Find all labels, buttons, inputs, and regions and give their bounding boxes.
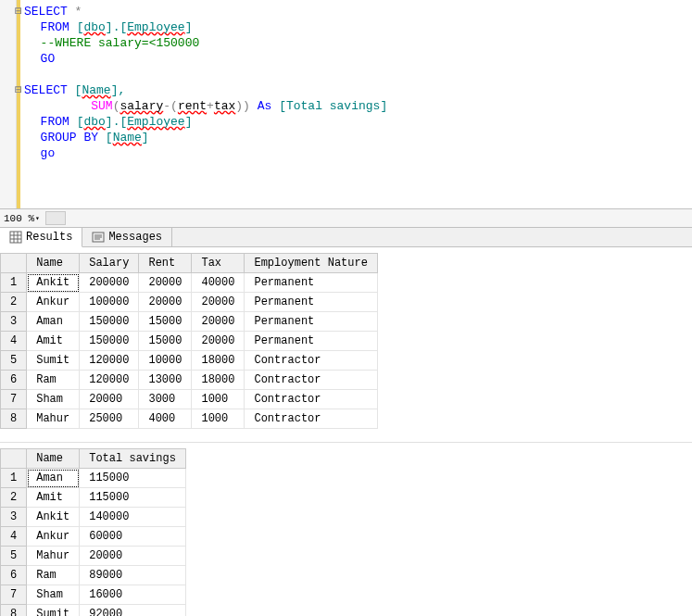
column-header[interactable]: Name	[27, 254, 80, 273]
table-cell[interactable]: Ankit	[27, 273, 80, 293]
row-number[interactable]: 8	[1, 409, 27, 429]
table-cell[interactable]: 150000	[80, 332, 139, 351]
row-number[interactable]: 6	[1, 371, 27, 390]
table-cell[interactable]: Amit	[27, 332, 80, 351]
table-row[interactable]: 8Sumit92000	[1, 605, 186, 617]
table-cell[interactable]: 15000	[139, 332, 192, 351]
table-cell[interactable]: Contractor	[245, 390, 377, 409]
table-row[interactable]: 7Sham16000	[1, 585, 186, 605]
table-cell[interactable]: 15000	[139, 312, 192, 332]
table-cell[interactable]: 1000	[192, 409, 245, 429]
table-cell[interactable]: Contractor	[245, 371, 377, 390]
table-row[interactable]: 7Sham2000030001000Contractor	[1, 390, 378, 409]
code-text[interactable]: ⊟SELECT * FROM [dbo].[Employee] --WHERE …	[20, 0, 692, 208]
row-number[interactable]: 1	[1, 469, 27, 488]
table-cell[interactable]: Contractor	[245, 351, 377, 371]
table-cell[interactable]: 13000	[139, 371, 192, 390]
table-row[interactable]: 2Amit115000	[1, 488, 186, 508]
table-cell[interactable]: Ankur	[27, 293, 80, 312]
table-row[interactable]: 3Aman1500001500020000Permanent	[1, 312, 378, 332]
column-header[interactable]: Employment Nature	[245, 254, 377, 273]
table-cell[interactable]: Ram	[27, 371, 80, 390]
table-cell[interactable]: 60000	[80, 527, 186, 547]
table-row[interactable]: 3Ankit140000	[1, 508, 186, 527]
row-number[interactable]: 7	[1, 585, 27, 605]
table-cell[interactable]: Permanent	[245, 332, 377, 351]
table-cell[interactable]: 40000	[192, 273, 245, 293]
table-cell[interactable]: Aman	[27, 469, 80, 488]
table-cell[interactable]: 20000	[192, 293, 245, 312]
zoom-level[interactable]: 100 %	[4, 213, 34, 224]
row-number[interactable]: 2	[1, 293, 27, 312]
table-row[interactable]: 4Amit1500001500020000Permanent	[1, 332, 378, 351]
table-cell[interactable]: Sumit	[27, 351, 80, 371]
table-row[interactable]: 4Ankur60000	[1, 527, 186, 547]
table-cell[interactable]: 20000	[192, 312, 245, 332]
row-number[interactable]: 8	[1, 605, 27, 617]
table-cell[interactable]: 20000	[192, 332, 245, 351]
row-number[interactable]: 4	[1, 332, 27, 351]
table-cell[interactable]: 18000	[192, 371, 245, 390]
row-number[interactable]: 2	[1, 488, 27, 508]
table-row[interactable]: 5Mahur20000	[1, 547, 186, 566]
table-cell[interactable]: 3000	[139, 390, 192, 409]
row-number[interactable]: 3	[1, 312, 27, 332]
table-row[interactable]: 5Sumit1200001000018000Contractor	[1, 351, 378, 371]
row-number[interactable]: 3	[1, 508, 27, 527]
table-cell[interactable]: 92000	[80, 605, 186, 617]
table-cell[interactable]: 115000	[80, 469, 186, 488]
table-cell[interactable]: 20000	[80, 547, 186, 566]
tab-results[interactable]: Results	[0, 228, 82, 247]
column-header[interactable]: Salary	[80, 254, 139, 273]
table-cell[interactable]: Mahur	[27, 547, 80, 566]
table-cell[interactable]: 1000	[192, 390, 245, 409]
table-cell[interactable]: 4000	[139, 409, 192, 429]
table-cell[interactable]: Permanent	[245, 293, 377, 312]
table-cell[interactable]: 20000	[139, 273, 192, 293]
table-cell[interactable]: Ram	[27, 566, 80, 585]
table-row[interactable]: 6Ram1200001300018000Contractor	[1, 371, 378, 390]
table-row[interactable]: 2Ankur1000002000020000Permanent	[1, 293, 378, 312]
column-header[interactable]: Total savings	[80, 449, 186, 469]
table-cell[interactable]: 18000	[192, 351, 245, 371]
row-number[interactable]: 6	[1, 566, 27, 585]
column-header[interactable]: Tax	[192, 254, 245, 273]
tab-messages[interactable]: Messages	[82, 228, 172, 246]
table-cell[interactable]: Contractor	[245, 409, 377, 429]
row-number[interactable]: 5	[1, 351, 27, 371]
table-cell[interactable]: Permanent	[245, 273, 377, 293]
table-row[interactable]: 8Mahur2500040001000Contractor	[1, 409, 378, 429]
sql-editor[interactable]: ⊟SELECT * FROM [dbo].[Employee] --WHERE …	[0, 0, 692, 208]
table-cell[interactable]: 89000	[80, 566, 186, 585]
table-cell[interactable]: 100000	[80, 293, 139, 312]
savings-table[interactable]: NameTotal savings1Aman1150002Amit1150003…	[0, 448, 186, 616]
table-row[interactable]: 6Ram89000	[1, 566, 186, 585]
row-number[interactable]: 1	[1, 273, 27, 293]
table-cell[interactable]: 10000	[139, 351, 192, 371]
table-cell[interactable]: Permanent	[245, 312, 377, 332]
table-row[interactable]: 1Aman115000	[1, 469, 186, 488]
employee-table[interactable]: NameSalaryRentTaxEmployment Nature1Ankit…	[0, 253, 378, 429]
table-cell[interactable]: 115000	[80, 488, 186, 508]
table-cell[interactable]: 20000	[139, 293, 192, 312]
table-cell[interactable]: 200000	[80, 273, 139, 293]
table-cell[interactable]: Sumit	[27, 605, 80, 617]
table-cell[interactable]: Sham	[27, 390, 80, 409]
horizontal-scroll-left[interactable]	[45, 211, 66, 225]
column-header[interactable]: Rent	[139, 254, 192, 273]
table-cell[interactable]: 16000	[80, 585, 186, 605]
table-cell[interactable]: Ankit	[27, 508, 80, 527]
table-row[interactable]: 1Ankit2000002000040000Permanent	[1, 273, 378, 293]
table-cell[interactable]: 150000	[80, 312, 139, 332]
table-cell[interactable]: 120000	[80, 351, 139, 371]
row-number[interactable]: 7	[1, 390, 27, 409]
table-cell[interactable]: Ankur	[27, 527, 80, 547]
table-cell[interactable]: Mahur	[27, 409, 80, 429]
table-cell[interactable]: Amit	[27, 488, 80, 508]
table-cell[interactable]: Aman	[27, 312, 80, 332]
table-cell[interactable]: Sham	[27, 585, 80, 605]
row-number[interactable]: 4	[1, 527, 27, 547]
table-cell[interactable]: 25000	[80, 409, 139, 429]
column-header[interactable]: Name	[27, 449, 80, 469]
zoom-dropdown-icon[interactable]: ▾	[35, 214, 40, 222]
